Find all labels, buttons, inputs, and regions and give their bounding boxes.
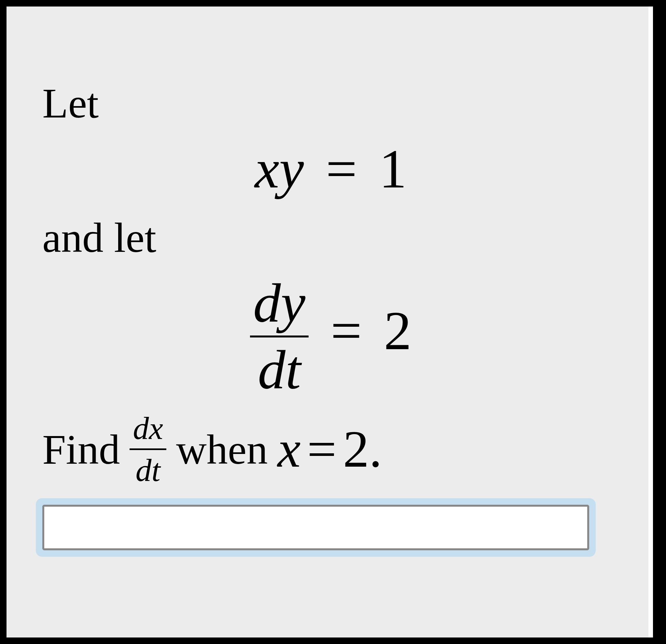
equals-sign: = bbox=[331, 300, 362, 361]
answer-input[interactable] bbox=[42, 505, 589, 550]
condition-var: x bbox=[278, 420, 301, 478]
eq1-lhs: xy bbox=[255, 138, 304, 199]
equals-sign: = bbox=[326, 138, 357, 199]
condition-expr: x=2. bbox=[278, 419, 382, 479]
fraction-numerator: dy bbox=[250, 273, 309, 336]
fraction-denominator: dt bbox=[250, 336, 309, 400]
equation-2: dy dt = 2 bbox=[42, 273, 619, 400]
eq2-rhs: 2 bbox=[384, 300, 411, 361]
period: . bbox=[369, 420, 382, 478]
equation-1: xy = 1 bbox=[42, 139, 619, 199]
fraction-dx-dt: dx dt bbox=[129, 410, 166, 488]
fraction-dy-dt: dy dt bbox=[250, 273, 309, 400]
let-label: Let bbox=[42, 75, 619, 132]
find-line: Find dx dt when x=2. bbox=[42, 410, 619, 488]
find-fraction: dx dt bbox=[129, 410, 166, 488]
equals-sign: = bbox=[307, 420, 337, 478]
problem-panel: Let xy = 1 and let dy dt = 2 Find dx dt … bbox=[6, 6, 653, 638]
fraction-denominator: dt bbox=[129, 448, 166, 488]
eq1-rhs: 1 bbox=[379, 138, 407, 199]
when-label: when bbox=[176, 425, 268, 474]
find-label: Find bbox=[42, 425, 120, 474]
and-let-label: and let bbox=[42, 209, 619, 267]
fraction-numerator: dx bbox=[129, 410, 166, 448]
condition-val: 2 bbox=[343, 420, 369, 478]
